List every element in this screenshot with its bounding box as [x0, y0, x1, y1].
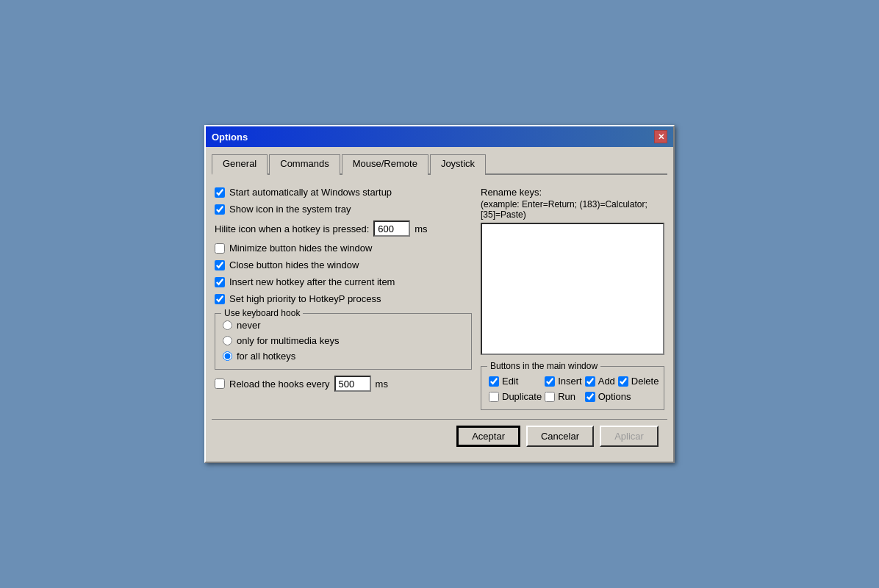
btn-add-label: Add — [598, 376, 615, 387]
btn-edit-label: Edit — [502, 376, 518, 387]
rename-keys-example: (example: Enter=Return; (183)=Calculator… — [481, 199, 664, 220]
tab-commands[interactable]: Commands — [269, 154, 340, 175]
btn-add-row: Add — [585, 376, 615, 387]
btn-run-checkbox[interactable] — [545, 392, 555, 402]
btn-edit-checkbox[interactable] — [489, 376, 499, 387]
minimize-hide-checkbox[interactable] — [215, 243, 225, 254]
btn-options-label: Options — [598, 391, 631, 402]
buttons-main-window-group: Buttons in the main window Edit Insert — [481, 366, 664, 410]
btn-delete-row: Delete — [618, 376, 659, 387]
keyboard-hook-legend: Use keyboard hook — [221, 308, 303, 318]
reload-hooks-unit: ms — [376, 379, 388, 390]
btn-insert-label: Insert — [558, 376, 582, 387]
radio-never[interactable] — [223, 320, 232, 330]
dialog-content: General Commands Mouse/Remote Joystick S… — [206, 147, 673, 462]
hilite-label: Hilite icon when a hotkey is pressed: — [215, 223, 369, 234]
btn-insert-row: Insert — [545, 376, 582, 387]
minimize-hide-row: Minimize button hides the window — [215, 243, 472, 254]
tab-general[interactable]: General — [212, 154, 268, 175]
btn-duplicate-label: Duplicate — [502, 391, 542, 402]
apply-button[interactable]: Aplicar — [600, 426, 659, 447]
dialog-buttons: Aceptar Cancelar Aplicar — [212, 419, 667, 456]
rename-keys-label: Rename keys: — [481, 187, 664, 198]
reload-hooks-input[interactable] — [334, 376, 371, 392]
hilite-unit: ms — [415, 223, 427, 234]
hilite-row: Hilite icon when a hotkey is pressed: ms — [215, 220, 472, 237]
radio-multimedia[interactable] — [223, 336, 232, 345]
title-bar-title: Options — [212, 132, 248, 143]
insert-new-row: Insert new hotkey after the current item — [215, 276, 472, 287]
tab-joystick[interactable]: Joystick — [430, 154, 486, 175]
radio-multimedia-row: only for multimedia keys — [223, 335, 464, 346]
radio-allhotkeys[interactable] — [223, 351, 232, 361]
right-panel: Rename keys: (example: Enter=Return; (18… — [481, 187, 664, 410]
ok-button[interactable]: Aceptar — [456, 426, 520, 447]
start-auto-checkbox[interactable] — [215, 187, 225, 198]
high-priority-row: Set high priority to HotkeyP process — [215, 293, 472, 304]
tab-bar: General Commands Mouse/Remote Joystick — [212, 153, 667, 175]
main-area: Start automatically at Windows startup S… — [212, 181, 667, 416]
start-auto-label: Start automatically at Windows startup — [229, 187, 392, 198]
options-dialog: Options ✕ General Commands Mouse/Remote … — [204, 125, 675, 463]
btn-delete-checkbox[interactable] — [618, 376, 628, 387]
btn-options-row: Options — [585, 391, 659, 402]
radio-never-label: never — [237, 320, 261, 331]
buttons-group-legend: Buttons in the main window — [487, 361, 600, 371]
rename-keys-textarea[interactable] — [481, 223, 664, 355]
btn-delete-label: Delete — [631, 376, 659, 387]
insert-new-label: Insert new hotkey after the current item — [229, 276, 395, 287]
rename-keys-section: Rename keys: (example: Enter=Return; (18… — [481, 187, 664, 357]
close-hide-row: Close button hides the window — [215, 259, 472, 270]
close-icon[interactable]: ✕ — [654, 130, 667, 143]
title-bar: Options ✕ — [206, 126, 673, 147]
show-icon-label: Show icon in the system tray — [229, 204, 351, 215]
start-auto-row: Start automatically at Windows startup — [215, 187, 472, 198]
left-panel: Start automatically at Windows startup S… — [215, 187, 472, 410]
radio-allhotkeys-row: for all hotkeys — [223, 351, 464, 362]
show-icon-checkbox[interactable] — [215, 204, 225, 215]
btn-duplicate-row: Duplicate — [489, 391, 542, 402]
hilite-input[interactable] — [373, 220, 410, 237]
reload-hooks-checkbox[interactable] — [215, 379, 225, 389]
minimize-hide-label: Minimize button hides the window — [229, 243, 372, 254]
btn-run-label: Run — [558, 391, 575, 402]
btn-duplicate-checkbox[interactable] — [489, 392, 499, 402]
reload-hooks-row: Reload the hooks every ms — [215, 376, 472, 392]
close-hide-checkbox[interactable] — [215, 260, 225, 270]
keyboard-hook-group: Use keyboard hook never only for multime… — [215, 313, 472, 370]
show-icon-row: Show icon in the system tray — [215, 204, 472, 215]
radio-allhotkeys-label: for all hotkeys — [237, 351, 295, 362]
btn-run-row: Run — [545, 391, 582, 402]
tab-mouse-remote[interactable]: Mouse/Remote — [342, 154, 428, 175]
radio-multimedia-label: only for multimedia keys — [237, 335, 339, 346]
close-hide-label: Close button hides the window — [229, 259, 359, 270]
btn-add-checkbox[interactable] — [585, 376, 595, 387]
reload-hooks-label: Reload the hooks every — [229, 379, 330, 390]
btn-insert-checkbox[interactable] — [545, 376, 555, 387]
insert-new-checkbox[interactable] — [215, 277, 225, 287]
btn-edit-row: Edit — [489, 376, 542, 387]
btn-options-checkbox[interactable] — [585, 392, 595, 402]
cancel-button[interactable]: Cancelar — [526, 426, 594, 447]
radio-never-row: never — [223, 320, 464, 331]
high-priority-label: Set high priority to HotkeyP process — [229, 293, 381, 304]
high-priority-checkbox[interactable] — [215, 294, 225, 304]
